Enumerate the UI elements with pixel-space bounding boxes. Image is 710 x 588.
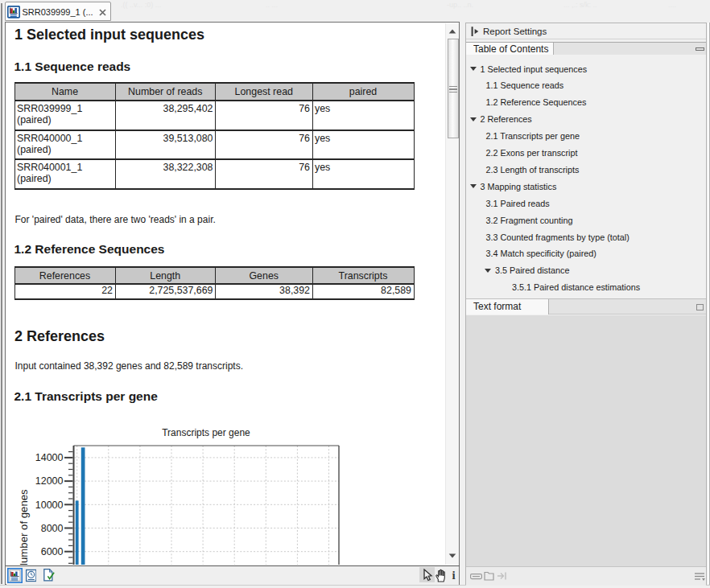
svg-text:8000: 8000 xyxy=(41,523,64,534)
svg-text:6000: 6000 xyxy=(41,546,64,557)
svg-text:10000: 10000 xyxy=(35,500,64,511)
svg-text:Transcripts per gene: Transcripts per gene xyxy=(162,427,250,438)
svg-text:14000: 14000 xyxy=(35,452,64,463)
svg-text:Number of genes: Number of genes xyxy=(18,489,30,565)
svg-text:12000: 12000 xyxy=(35,475,64,487)
